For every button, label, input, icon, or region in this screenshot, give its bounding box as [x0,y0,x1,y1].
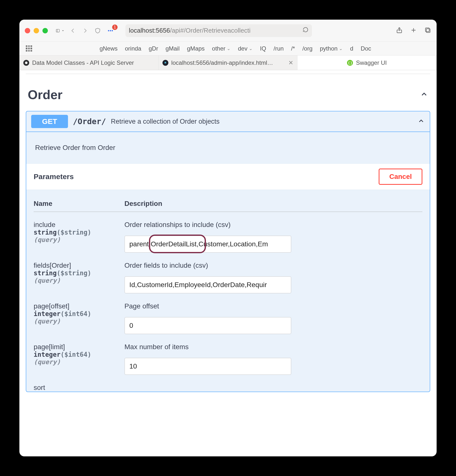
new-tab-icon[interactable] [410,27,417,35]
bookmark-item[interactable]: gNews [100,45,118,52]
tab-label: Data Model Classes - API Logic Server [32,59,134,66]
svg-point-2 [108,30,109,31]
bookmark-item[interactable]: orinda [125,45,141,52]
bookmark-item[interactable]: gDr [149,45,158,52]
parameters-header: Parameters Cancel [26,163,430,190]
bookmark-item[interactable]: Doc [361,45,371,52]
svg-point-4 [112,30,113,31]
bookmark-item[interactable]: /run [274,45,284,52]
tab-label: localhost:5656/admin-app/index.html… [171,59,273,66]
notification-badge: 1 [112,25,118,30]
divider [26,74,430,74]
parameters-label: Parameters [34,172,74,181]
svg-rect-0 [56,29,59,32]
bookmark-item[interactable]: /org [302,45,312,52]
bookmark-item[interactable]: IQ [260,45,266,52]
cancel-button[interactable]: Cancel [379,169,422,185]
operation-description: Retrieve a collection of Order objects [111,118,220,125]
parameter-desc-cell: Max number of items [124,343,422,375]
parameters-table: Name Description include string($string)… [26,190,430,392]
http-method-badge: GET [31,115,68,128]
bookmark-item[interactable]: gMaps [187,45,205,52]
titlebar: 1 localhost:5656/api#/Order/Retrieveacol… [19,20,437,42]
parameter-name-cell: page[offset] integer($int64) (query) [34,302,120,334]
bookmark-folder[interactable]: other⌄ [212,45,231,52]
section-header[interactable]: Order [26,80,430,111]
chevron-up-icon[interactable] [417,117,425,126]
operation-path: /Order/ [73,117,106,126]
window-controls [25,28,48,33]
svg-point-3 [110,30,111,31]
minimize-window-button[interactable] [34,28,39,33]
parameter-row: page[limit] integer($int64) (query) Max … [34,334,422,375]
close-tab-icon[interactable]: ✕ [288,59,293,66]
close-window-button[interactable] [25,28,30,33]
back-button[interactable] [68,27,77,34]
parameter-desc-cell: Order relationships to include (csv) [124,221,422,253]
parameter-desc-cell: Page offset [124,302,422,334]
column-description: Description [124,200,422,208]
browser-tab[interactable]: { } Swagger UI [297,55,437,70]
tab-strip: Data Model Classes - API Logic Server ✶ … [19,55,437,70]
parameter-desc-cell: Order fields to include (csv) [124,262,422,293]
parameter-input[interactable] [124,276,291,293]
svg-rect-9 [426,28,429,31]
bookmarks-bar: gNews orinda gDr gMail gMaps other⌄ dev⌄… [19,42,437,55]
parameter-input[interactable] [124,236,291,253]
bookmark-item[interactable]: d [350,45,353,52]
extensions-button[interactable]: 1 [106,27,115,34]
bookmark-folder[interactable]: dev⌄ [238,45,253,52]
browser-tab[interactable]: Data Model Classes - API Logic Server [19,55,159,70]
column-name: Name [34,200,120,208]
operation-summary[interactable]: GET /Order/ Retrieve a collection of Ord… [26,111,430,132]
bookmark-item[interactable]: gMail [165,45,179,52]
titlebar-right [396,27,431,35]
apps-grid-icon[interactable] [26,45,32,52]
url-path: /api#/Order/Retrieveacollecti [170,27,251,34]
bookmark-item[interactable]: /* [291,45,295,52]
favicon-icon [23,60,29,66]
parameter-row: page[offset] integer($int64) (query) Pag… [34,293,422,334]
fullscreen-window-button[interactable] [42,28,48,33]
browser-tab[interactable]: ✶ localhost:5656/admin-app/index.html… ✕ [159,55,298,70]
parameter-name-cell: include string($string) (query) [34,221,120,253]
parameter-row: fields[Order] string($string) (query) Or… [34,253,422,293]
operation-note: Retrieve Order from Order [26,132,430,163]
page-content: Order GET /Order/ Retrieve a collection … [19,70,437,456]
url-host: localhost:5656 [129,27,170,34]
favicon-icon: ✶ [162,60,168,66]
tabs-overview-icon[interactable] [424,27,431,35]
sidebar-toggle-button[interactable] [56,27,65,34]
table-header: Name Description [34,200,422,212]
parameter-row: include string($string) (query) Order re… [34,212,422,253]
parameter-name-cell: page[limit] integer($int64) (query) [34,343,120,375]
parameter-name-cell: fields[Order] string($string) (query) [34,262,120,293]
svg-rect-8 [426,29,430,32]
forward-button[interactable] [81,27,90,34]
url-bar[interactable]: localhost:5656/api#/Order/Retrieveacolle… [125,24,312,37]
parameter-input[interactable] [124,358,291,375]
operation-block: GET /Order/ Retrieve a collection of Ord… [26,111,430,392]
operation-body: Retrieve Order from Order Parameters Can… [26,132,430,392]
privacy-shield-icon[interactable] [93,27,102,34]
browser-window: 1 localhost:5656/api#/Order/Retrieveacol… [19,20,437,456]
tab-label: Swagger UI [356,59,387,66]
chevron-up-icon[interactable] [420,90,428,99]
favicon-icon: { } [347,60,353,66]
parameter-name-cell: sort [34,375,120,392]
bookmark-folder[interactable]: python⌄ [320,45,343,52]
reload-icon[interactable] [303,27,308,34]
section-title: Order [28,87,63,102]
share-icon[interactable] [396,27,403,35]
parameter-input[interactable] [124,317,291,334]
